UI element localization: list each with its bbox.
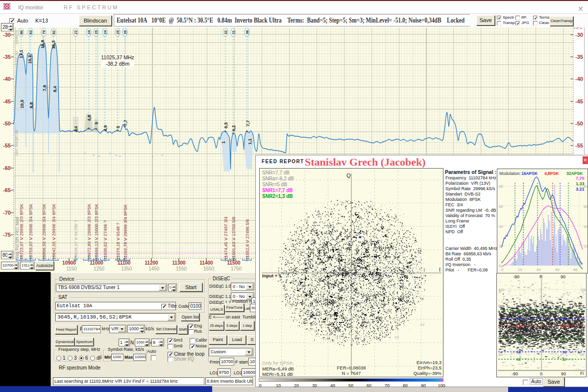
svg-text:40: 40 (499, 224, 503, 229)
svg-text:39: 39 (123, 30, 127, 34)
svg-text:20: 20 (518, 268, 522, 272)
svg-text:7,9: 7,9 (42, 85, 47, 91)
svg-text:80: 80 (498, 304, 502, 308)
svg-text:SNRr=5 dB: SNRr=5 dB (262, 182, 287, 187)
svg-text:0: 0 (499, 264, 501, 268)
svg-text:60: 60 (499, 204, 503, 209)
svg-text:Input = 1: Input = 1 (262, 273, 282, 278)
svg-text:-90: -90 (512, 371, 518, 376)
svg-text:64: 64 (395, 335, 399, 340)
svg-text:25: 25 (116, 30, 120, 34)
svg-text:40: 40 (584, 224, 588, 229)
svg-text:-45: -45 (575, 98, 583, 104)
svg-text:11400: 11400 (199, 260, 213, 266)
svg-text:-35: -35 (575, 54, 583, 60)
svg-text:11500: 11500 (227, 260, 241, 266)
svg-text:32: 32 (562, 309, 566, 314)
svg-text:1: 1 (221, 141, 226, 144)
svg-text:11025,37 MHz: 11025,37 MHz (101, 54, 134, 60)
svg-text:-70: -70 (3, 210, 11, 216)
svg-text:7,7: 7,7 (245, 120, 250, 126)
svg-text:40: 40 (537, 268, 540, 272)
svg-text:N = 7647: N = 7647 (342, 370, 361, 376)
svg-text:Linc Margin,dB: Linc Margin,dB (14, 130, 19, 156)
svg-text:1650: 1650 (203, 266, 215, 271)
svg-text:10759,07 V 29996 3/4 8PSK: 10759,07 V 29996 3/4 8PSK (28, 204, 33, 260)
svg-text:4,4: 4,4 (74, 126, 78, 132)
svg-text:SNR1=7,7 dB: SNR1=7,7 dB (262, 188, 293, 193)
svg-text:-38,2 dBm: -38,2 dBm (106, 61, 130, 67)
svg-text:16,7: 16,7 (27, 55, 32, 64)
svg-text:83: 83 (28, 30, 33, 34)
svg-text:86: 86 (19, 30, 24, 34)
svg-text:10900: 10900 (62, 260, 76, 266)
svg-text:64: 64 (420, 322, 424, 327)
svg-text:22: 22 (74, 30, 78, 34)
svg-text:10806,56 V 29996 3/4 8PSK: 10806,56 V 29996 3/4 8PSK (42, 204, 47, 260)
svg-text:Only for QPSK:: Only for QPSK: (262, 360, 294, 366)
svg-text:4 - 8: 4 - 8 (561, 324, 569, 328)
svg-text:16,3: 16,3 (51, 40, 56, 49)
svg-text:SNRa=-6,2 dB: SNRa=-6,2 dB (262, 176, 294, 181)
svg-text:10842,55 V 29996 3/4 8PSK: 10842,55 V 29996 3/4 8PSK (51, 204, 56, 260)
svg-text:1,1: 1,1 (247, 138, 252, 145)
svg-text:-35: -35 (3, 54, 11, 60)
svg-text:80: 80 (584, 184, 588, 189)
svg-text:-65: -65 (3, 187, 11, 193)
svg-text:4,8PSK: 4,8PSK (544, 171, 559, 176)
svg-text:Q: Q (346, 172, 351, 178)
svg-text:32: 32 (562, 337, 566, 341)
svg-text:-50: -50 (575, 121, 583, 126)
svg-text:-55: -55 (3, 143, 11, 148)
svg-text:82: 82 (51, 30, 56, 34)
svg-text:79: 79 (42, 30, 46, 34)
svg-text:MERa=5,49 dB: MERa=5,49 dB (262, 366, 294, 371)
svg-text:Level,%: Level,% (14, 30, 19, 44)
svg-text:7,70: 7,70 (576, 176, 585, 181)
svg-text:SNR2=1,3 dB: SNR2=1,3 dB (262, 194, 293, 199)
svg-text:38: 38 (245, 30, 249, 34)
svg-text:0: 0 (540, 371, 542, 376)
svg-text:1450: 1450 (148, 266, 160, 271)
svg-text:Quality=-39%: Quality=-39% (414, 370, 442, 376)
svg-text:32: 32 (516, 357, 521, 362)
svg-text:15,8: 15,8 (40, 40, 45, 49)
svg-text:10926,97 V 56780 ?: 10926,97 V 56780 ? (74, 220, 78, 260)
svg-text:100: 100 (580, 288, 587, 292)
svg-text:ErrPh=23,5: ErrPh=23,5 (418, 365, 441, 370)
svg-text:I: I (439, 267, 441, 272)
svg-text:8,8: 8,8 (29, 102, 34, 108)
svg-text:20: 20 (584, 244, 588, 248)
svg-text:5: 5 (94, 122, 99, 124)
svg-text:20: 20 (498, 352, 502, 357)
svg-text:24: 24 (103, 30, 107, 34)
svg-text:3.21: 3.21 (576, 187, 585, 192)
svg-text:16: 16 (562, 317, 566, 321)
svg-text:-45: -45 (3, 98, 11, 104)
svg-text:5: 5 (116, 126, 121, 128)
svg-text:31: 31 (231, 30, 236, 34)
svg-text:32: 32 (562, 357, 566, 362)
svg-text:80: 80 (499, 184, 503, 189)
svg-text:10999,13 V 15000 2/3 8PSK: 10999,13 V 15000 2/3 8PSK (94, 204, 99, 260)
svg-text:-30: -30 (3, 32, 11, 38)
svg-text:11552,8 V 27496 5/6: 11552,8 V 27496 5/6 (245, 219, 250, 260)
svg-text:32: 32 (223, 30, 228, 34)
svg-text:16: 16 (516, 317, 521, 321)
svg-text:1150: 1150 (66, 266, 77, 271)
svg-text:MERr=5,31 dB: MERr=5,31 dB (262, 371, 293, 377)
svg-text:10,5: 10,5 (20, 99, 24, 108)
svg-text:90: 90 (561, 274, 565, 279)
svg-text:6,2: 6,2 (231, 125, 236, 131)
svg-text:16APSK: 16APSK (521, 171, 538, 176)
svg-text:60: 60 (555, 268, 559, 272)
svg-text:-50: -50 (3, 121, 11, 126)
svg-text:Fi: Fi (580, 371, 584, 376)
svg-text:11200: 11200 (145, 260, 158, 266)
svg-text:7,7: 7,7 (123, 120, 128, 126)
svg-text:1.33: 1.33 (576, 181, 585, 186)
svg-text:4,8: 4,8 (87, 115, 92, 121)
svg-text:4 - 8: 4 - 8 (514, 324, 523, 328)
svg-text:16: 16 (516, 350, 521, 354)
svg-text:0: 0 (501, 268, 503, 272)
